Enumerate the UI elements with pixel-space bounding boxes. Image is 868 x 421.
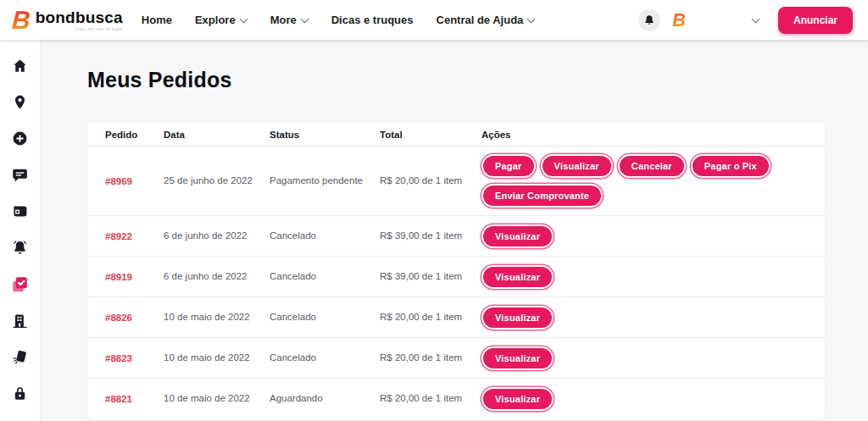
- sidebar-item-security[interactable]: [6, 383, 35, 403]
- sidebar-item-wallet[interactable]: [6, 201, 35, 221]
- order-total: R$ 39,00 de 1 item: [380, 269, 481, 285]
- user-avatar[interactable]: B: [672, 9, 686, 31]
- sidebar-item-add[interactable]: [6, 128, 35, 148]
- main-content: Meus Pedidos PedidoDataStatusTotalAções …: [41, 40, 868, 421]
- top-header: B bondbusca Tudo em um só lugar HomeExpl…: [0, 0, 868, 40]
- column-header-pedido: Pedido: [105, 130, 164, 140]
- order-status: Cancelado: [270, 310, 380, 325]
- order-total: R$ 20,00 de 1 item: [380, 391, 481, 407]
- order-id-link[interactable]: #8826: [105, 313, 164, 323]
- nav-item-explore[interactable]: Explore: [195, 14, 248, 26]
- action-button-visualizar[interactable]: Visualizar: [481, 387, 554, 411]
- wallet-icon: [12, 203, 28, 219]
- nav-item-label: Dicas e truques: [331, 14, 414, 26]
- nav-item-dicas-e-truques[interactable]: Dicas e truques: [331, 14, 414, 26]
- order-actions: Visualizar: [481, 224, 811, 248]
- order-actions: Visualizar: [481, 346, 811, 370]
- action-button-cancelar[interactable]: Cancelar: [618, 154, 686, 178]
- order-status: Cancelado: [270, 229, 380, 244]
- logo-brand-text: bondbusca: [36, 9, 123, 25]
- sidebar-item-home[interactable]: [6, 55, 35, 75]
- orders-check-icon: [11, 275, 29, 293]
- column-header-acoes: Ações: [481, 130, 811, 140]
- order-total: R$ 20,00 de 1 item: [380, 174, 481, 189]
- order-id-link[interactable]: #8922: [105, 231, 164, 241]
- action-button-visualizar[interactable]: Visualizar: [481, 224, 554, 248]
- order-date: 6 de junho de 2022: [164, 269, 270, 285]
- column-header-data: Data: [164, 130, 270, 140]
- order-actions: Visualizar: [481, 387, 811, 411]
- bell-icon: [643, 14, 655, 26]
- chevron-down-icon: [240, 14, 248, 22]
- chevron-down-icon: [301, 14, 309, 22]
- order-total: R$ 20,00 de 1 item: [380, 310, 481, 325]
- user-menu-chevron-down-icon[interactable]: [752, 14, 760, 22]
- chevron-down-icon: [527, 14, 535, 22]
- table-row: #882610 de maio de 2022CanceladoR$ 20,00…: [87, 297, 825, 338]
- sidebar-item-orders[interactable]: [6, 274, 35, 294]
- notifications-button[interactable]: [638, 9, 660, 31]
- order-id-link[interactable]: #8919: [105, 272, 164, 282]
- sidebar-item-notifications[interactable]: [6, 237, 35, 258]
- order-total: R$ 20,00 de 1 item: [380, 351, 481, 366]
- action-button-pagar[interactable]: Pagar: [481, 154, 536, 178]
- action-button-visualizar[interactable]: Visualizar: [481, 306, 554, 330]
- order-total: R$ 39,00 de 1 item: [380, 229, 481, 244]
- logo[interactable]: B bondbusca Tudo em um só lugar: [12, 8, 123, 33]
- action-button-enviar-comprovante[interactable]: Enviar Comprovante: [481, 184, 603, 208]
- order-status: Cancelado: [270, 269, 380, 285]
- action-button-visualizar[interactable]: Visualizar: [541, 154, 613, 178]
- chat-icon: [12, 167, 28, 183]
- order-status: Cancelado: [270, 351, 380, 366]
- home-icon: [12, 58, 28, 74]
- column-header-total: Total: [380, 130, 481, 140]
- location-pin-icon: [12, 94, 28, 110]
- action-button-pagar-o-pix[interactable]: Pagar o Pix: [691, 154, 771, 178]
- nav-item-label: Explore: [195, 14, 236, 26]
- order-id-link[interactable]: #8823: [105, 353, 164, 363]
- order-date: 10 de maio de 2022: [164, 310, 270, 325]
- order-id-link[interactable]: #8821: [105, 394, 164, 404]
- lock-icon: [12, 385, 28, 402]
- table-row: #89196 de junho de 2022CanceladoR$ 39,00…: [87, 257, 825, 297]
- bondbusca-logo-icon: B: [11, 8, 31, 33]
- orders-table: PedidoDataStatusTotalAções #896925 de ju…: [87, 122, 825, 419]
- sidebar-item-promotions[interactable]: [6, 346, 35, 367]
- order-status: Pagamento pendente: [270, 174, 380, 189]
- logo-tagline: Tudo em um só lugar: [75, 26, 122, 31]
- order-actions: Visualizar: [481, 265, 811, 289]
- order-date: 10 de maio de 2022: [164, 351, 270, 366]
- bell-icon: [12, 240, 28, 256]
- table-header-row: PedidoDataStatusTotalAções: [87, 122, 825, 147]
- order-id-link[interactable]: #8969: [105, 176, 164, 186]
- nav-item-label: Central de Ajuda: [437, 14, 524, 26]
- sidebar-item-locations[interactable]: [6, 91, 35, 112]
- order-date: 25 de junho de 2022: [164, 174, 270, 189]
- nav-item-central-de-ajuda[interactable]: Central de Ajuda: [437, 14, 536, 26]
- table-row: #896925 de junho de 2022Pagamento penden…: [87, 147, 825, 216]
- main-nav: HomeExploreMoreDicas e truquesCentral de…: [142, 14, 536, 26]
- order-actions: Visualizar: [481, 306, 811, 330]
- sidebar-item-company[interactable]: [6, 310, 35, 330]
- table-row: #882310 de maio de 2022CanceladoR$ 20,00…: [87, 338, 825, 379]
- table-body: #896925 de junho de 2022Pagamento penden…: [87, 147, 825, 419]
- order-status: Aguardando: [270, 391, 380, 407]
- column-header-status: Status: [270, 130, 380, 140]
- action-button-visualizar[interactable]: Visualizar: [481, 346, 554, 370]
- order-actions: PagarVisualizarCancelarPagar o PixEnviar…: [481, 154, 811, 208]
- nav-item-label: Home: [142, 14, 172, 26]
- page-title: Meus Pedidos: [87, 68, 825, 92]
- sidebar-item-messages[interactable]: [6, 164, 35, 185]
- megaphone-icon: [12, 349, 28, 365]
- table-row: #89226 de junho de 2022CanceladoR$ 39,00…: [87, 216, 825, 257]
- header-right-group: B Anunciar: [638, 7, 853, 34]
- order-date: 10 de maio de 2022: [164, 391, 270, 407]
- nav-item-home[interactable]: Home: [142, 14, 172, 26]
- sidebar: [0, 40, 41, 421]
- nav-item-label: More: [270, 14, 297, 26]
- building-icon: [12, 313, 28, 329]
- action-button-visualizar[interactable]: Visualizar: [481, 265, 554, 289]
- order-date: 6 de junho de 2022: [164, 229, 270, 244]
- nav-item-more[interactable]: More: [270, 14, 309, 26]
- anunciar-button[interactable]: Anunciar: [778, 7, 853, 34]
